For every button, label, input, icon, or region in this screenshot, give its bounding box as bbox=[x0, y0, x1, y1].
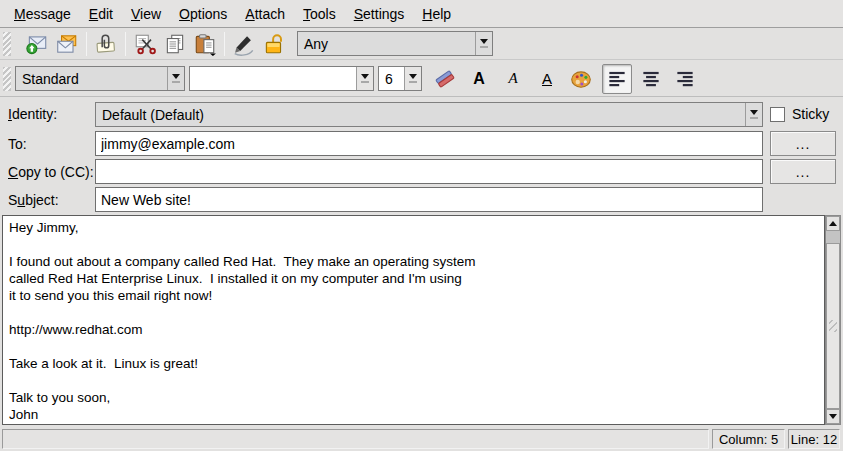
identity-label: Identity: bbox=[8, 106, 57, 122]
align-left-button[interactable] bbox=[602, 64, 632, 94]
underline-button[interactable]: A bbox=[532, 64, 562, 94]
arrow-down-icon bbox=[829, 414, 837, 419]
menu-help[interactable]: Help bbox=[413, 3, 460, 25]
attach-file-button[interactable] bbox=[91, 29, 121, 59]
toolbar-separator bbox=[125, 32, 126, 56]
italic-button[interactable]: A bbox=[498, 64, 528, 94]
copy-icon bbox=[163, 32, 187, 56]
crypto-format-value: Any bbox=[298, 36, 475, 52]
to-label: To: bbox=[8, 136, 27, 152]
eraser-button[interactable] bbox=[430, 64, 460, 94]
mail-composer-window: Message Edit View Options Attach Tools S… bbox=[0, 0, 843, 451]
menu-bar: Message Edit View Options Attach Tools S… bbox=[0, 0, 843, 28]
queue-mail-icon bbox=[55, 32, 79, 56]
combo-dropdown-button[interactable] bbox=[356, 67, 373, 90]
scroll-down-button[interactable] bbox=[826, 409, 840, 424]
paragraph-style-value: Standard bbox=[16, 71, 167, 87]
align-center-button[interactable] bbox=[636, 64, 666, 94]
menu-view[interactable]: View bbox=[122, 3, 170, 25]
bold-icon: A bbox=[473, 70, 485, 88]
format-toolbar: Standard 6 bbox=[0, 61, 843, 97]
align-right-button[interactable] bbox=[670, 64, 700, 94]
cut-icon bbox=[133, 32, 157, 56]
combo-dropdown-button[interactable] bbox=[167, 67, 184, 90]
menu-edit[interactable]: Edit bbox=[80, 3, 122, 25]
vertical-scrollbar[interactable] bbox=[825, 215, 841, 425]
menu-tools[interactable]: Tools bbox=[294, 3, 345, 25]
queue-mail-button[interactable] bbox=[52, 29, 82, 59]
arrow-up-icon bbox=[829, 221, 837, 226]
toolbar-drag-handle[interactable] bbox=[3, 32, 11, 56]
scrollbar-grip bbox=[829, 320, 837, 332]
menu-options[interactable]: Options bbox=[170, 3, 236, 25]
identity-value: Default (Default) bbox=[96, 107, 745, 123]
align-right-icon bbox=[673, 67, 697, 91]
text-color-button[interactable] bbox=[566, 64, 596, 94]
sticky-checkbox[interactable] bbox=[770, 107, 785, 122]
message-body-textarea[interactable]: Hey Jimmy, I found out about a company c… bbox=[2, 215, 825, 425]
cc-input[interactable] bbox=[95, 159, 763, 184]
toolbar-separator bbox=[224, 32, 225, 56]
cut-button[interactable] bbox=[130, 29, 160, 59]
statusbar-spacer bbox=[2, 429, 709, 449]
eraser-icon bbox=[433, 67, 457, 91]
paste-button[interactable] bbox=[190, 29, 220, 59]
chevron-down-icon bbox=[409, 74, 417, 79]
menu-message[interactable]: Message bbox=[5, 3, 80, 25]
subject-label: Subject: bbox=[8, 192, 59, 208]
palette-icon bbox=[569, 67, 593, 91]
main-toolbar: Any bbox=[0, 28, 843, 60]
sticky-label: Sticky bbox=[792, 106, 829, 122]
scrollbar-thumb[interactable] bbox=[826, 243, 840, 409]
send-mail-icon bbox=[25, 32, 49, 56]
toolbar-separator bbox=[86, 32, 87, 56]
scroll-up-button[interactable] bbox=[826, 216, 840, 231]
cc-address-book-button[interactable]: ... bbox=[770, 159, 836, 184]
font-size-combo[interactable]: 6 bbox=[378, 66, 422, 91]
align-left-icon bbox=[605, 67, 629, 91]
align-center-icon bbox=[639, 67, 663, 91]
italic-icon: A bbox=[508, 70, 517, 87]
bold-button[interactable]: A bbox=[464, 64, 494, 94]
attach-file-icon bbox=[94, 32, 118, 56]
scrollbar-track[interactable] bbox=[826, 231, 840, 409]
chevron-down-icon bbox=[750, 110, 758, 115]
crypto-format-combo[interactable]: Any bbox=[297, 31, 493, 56]
chevron-down-icon bbox=[480, 39, 488, 44]
identity-combo[interactable]: Default (Default) bbox=[95, 102, 763, 127]
paragraph-style-combo[interactable]: Standard bbox=[15, 66, 185, 91]
chevron-down-icon bbox=[172, 74, 180, 79]
combo-dropdown-button[interactable] bbox=[404, 67, 421, 90]
copy-button[interactable] bbox=[160, 29, 190, 59]
open-padlock-icon bbox=[262, 32, 286, 56]
to-input[interactable] bbox=[95, 131, 763, 156]
sign-message-button[interactable] bbox=[229, 29, 259, 59]
subject-input[interactable] bbox=[95, 187, 763, 212]
cc-label: Copy to (CC): bbox=[8, 164, 94, 180]
statusbar-column: Column: 5 bbox=[712, 429, 785, 449]
toolbar-drag-handle[interactable] bbox=[3, 67, 11, 91]
menu-attach[interactable]: Attach bbox=[236, 3, 294, 25]
combo-dropdown-button[interactable] bbox=[745, 103, 762, 126]
paste-icon bbox=[193, 32, 217, 56]
statusbar-line: Line: 12 bbox=[788, 429, 840, 449]
menu-settings[interactable]: Settings bbox=[345, 3, 414, 25]
send-mail-button[interactable] bbox=[22, 29, 52, 59]
font-family-combo[interactable] bbox=[189, 66, 374, 91]
font-size-value: 6 bbox=[379, 71, 404, 87]
paste-dropdown-arrow-icon bbox=[210, 53, 216, 55]
sign-pen-icon bbox=[232, 32, 256, 56]
to-address-book-button[interactable]: ... bbox=[770, 131, 836, 156]
combo-dropdown-button[interactable] bbox=[475, 32, 492, 55]
sticky-checkbox-group: Sticky bbox=[770, 106, 829, 122]
encrypt-message-button[interactable] bbox=[259, 29, 289, 59]
underline-icon: A bbox=[542, 70, 552, 87]
chevron-down-icon bbox=[361, 74, 369, 79]
